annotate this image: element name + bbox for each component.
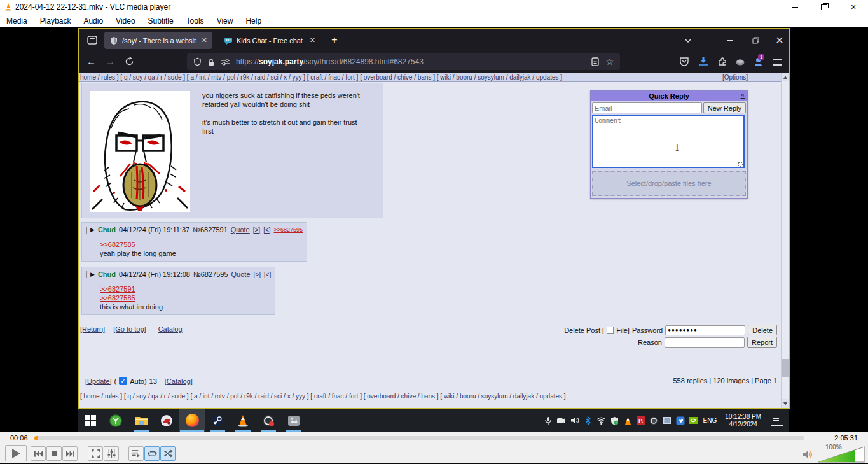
defender-shield-icon[interactable] [610, 416, 620, 426]
hamburger-menu-icon[interactable] [773, 57, 782, 67]
volume-slider[interactable] [818, 446, 865, 464]
post-number[interactable]: №6827591 [193, 226, 228, 234]
reply-cite-link[interactable]: >>6827585 [100, 240, 303, 249]
file-drop-zone[interactable]: Select/drop/paste files here [592, 171, 746, 196]
site-permissions-icon[interactable] [221, 58, 230, 66]
taskbar-gray-app[interactable] [281, 409, 307, 432]
menu-tools[interactable]: Tools [180, 17, 210, 25]
post-image-soyjak[interactable] [90, 91, 190, 212]
scrollbar-thumb[interactable] [782, 359, 789, 377]
nvidia-tray-icon[interactable] [689, 416, 699, 426]
delete-button[interactable]: Delete [748, 325, 777, 335]
stop-button[interactable] [46, 446, 62, 461]
back-icon[interactable]: ← [86, 56, 96, 67]
menu-audio[interactable]: Audio [77, 17, 109, 25]
seek-bar[interactable] [34, 436, 804, 440]
volume-speaker-icon[interactable] [803, 450, 813, 461]
pia-vpn-icon[interactable]: P. [637, 416, 645, 425]
textarea-resize-handle[interactable] [738, 162, 743, 167]
report-button[interactable]: Report [747, 337, 777, 348]
cite-prev-link[interactable]: [<] [264, 271, 271, 278]
taskbar-clock[interactable]: 10:12:38 PM 4/12/2024 [725, 413, 761, 428]
tab-kids-chat[interactable]: Kids Chat - Free chat rooms fo ✕ [219, 32, 320, 49]
post-checkbox[interactable] [86, 271, 87, 278]
page-scrollbar[interactable] [781, 73, 789, 408]
list-tabs-chevron-icon[interactable] [683, 35, 693, 45]
backlink[interactable]: >>6827595 [274, 227, 303, 233]
extended-settings-button[interactable] [104, 446, 119, 461]
loop-button[interactable] [144, 446, 160, 461]
downloads-icon[interactable] [698, 57, 708, 67]
next-button[interactable] [62, 446, 78, 461]
auto-update-checkbox[interactable]: ✓ [119, 377, 127, 385]
browser-restore-button[interactable] [749, 36, 762, 45]
language-indicator[interactable]: ENG [703, 417, 717, 424]
quick-reply-header[interactable]: Quick Reply × [591, 91, 747, 101]
action-center-icon[interactable] [771, 416, 783, 426]
extension-icon[interactable] [735, 57, 745, 67]
reply-cite-link[interactable]: >>6827585 [100, 293, 271, 302]
new-reply-button[interactable]: New Reply [703, 102, 746, 113]
extensions-puzzle-icon[interactable] [717, 57, 727, 67]
vlc-minimize-button[interactable] [780, 0, 809, 14]
volume-icon[interactable] [570, 416, 580, 426]
bluetooth-icon[interactable] [583, 416, 593, 426]
quote-link[interactable]: Quote [231, 271, 251, 278]
firefox-view-icon[interactable] [85, 34, 99, 46]
microphone-icon[interactable] [543, 416, 553, 426]
scroll-up-icon[interactable] [782, 73, 789, 81]
reply-cite-link[interactable]: >>6827591 [100, 285, 271, 293]
quick-reply-close-icon[interactable]: × [741, 91, 745, 99]
taskbar-firefox[interactable] [179, 409, 205, 432]
cite-prev-link[interactable]: [<] [263, 227, 270, 234]
pocket-icon[interactable] [679, 57, 689, 67]
browser-close-button[interactable]: ✕ [773, 35, 786, 45]
play-button[interactable] [5, 445, 27, 461]
reason-field[interactable] [665, 337, 745, 348]
taskbar-file-explorer[interactable] [128, 409, 154, 432]
tracking-shield-icon[interactable] [193, 57, 202, 66]
cite-next-link[interactable]: [>] [253, 227, 260, 234]
password-field[interactable] [665, 325, 745, 335]
bookmark-star-icon[interactable]: ☆ [605, 57, 614, 67]
vlc-tray-icon[interactable] [623, 416, 633, 426]
hide-post-icon[interactable]: ▶ [90, 271, 95, 278]
camera-icon[interactable] [556, 416, 567, 426]
menu-playback[interactable]: Playback [34, 17, 78, 25]
blue-app-tray-icon[interactable] [675, 416, 685, 426]
email-field[interactable] [592, 102, 702, 113]
new-tab-button[interactable]: + [328, 34, 341, 46]
taskbar-green-app[interactable] [103, 409, 128, 432]
update-link[interactable]: [Update] [85, 377, 112, 385]
quote-link[interactable]: Quote [231, 226, 250, 234]
window-tray-icon[interactable] [662, 416, 672, 426]
taskbar-obs[interactable] [256, 409, 281, 432]
comment-field[interactable] [592, 115, 745, 168]
post-checkbox[interactable] [86, 227, 87, 234]
fullscreen-button[interactable] [88, 446, 103, 461]
board-links[interactable]: home / rules ] [ q / soy / qa / r / sude… [80, 74, 562, 81]
return-link[interactable]: [Return] [80, 325, 105, 333]
delete-file-checkbox[interactable] [607, 327, 614, 334]
url-bar[interactable]: https://soyjak.party/soy/thread/6824898.… [187, 53, 620, 70]
obs-tray-icon[interactable] [649, 416, 659, 426]
menu-help[interactable]: Help [239, 17, 268, 25]
cite-next-link[interactable]: [>] [254, 271, 261, 278]
reload-icon[interactable] [125, 57, 134, 66]
taskbar-vlc[interactable] [230, 409, 256, 432]
catalog-link-2[interactable]: [Catalog] [165, 377, 193, 385]
tab-close-icon[interactable]: ✕ [310, 36, 315, 45]
board-bottom-nav[interactable]: [ home / rules ] [ q / soy / qa / r / su… [80, 393, 566, 400]
previous-button[interactable] [31, 446, 46, 461]
post-number[interactable]: №6827595 [193, 271, 228, 278]
wifi-icon[interactable] [596, 416, 607, 426]
shuffle-button[interactable] [160, 446, 176, 461]
account-icon[interactable]: 1 [753, 56, 764, 67]
menu-subtitle[interactable]: Subtitle [142, 17, 180, 25]
board-top-nav[interactable]: home / rules ] [ q / soy / qa / r / sude… [79, 73, 789, 82]
go-to-top-link[interactable]: [Go to top] [113, 325, 146, 333]
menu-media[interactable]: Media [0, 17, 34, 25]
start-button[interactable] [78, 409, 103, 432]
reader-mode-icon[interactable] [591, 57, 599, 66]
vlc-video-area[interactable]: /soy/ - There is a website called ✕ Kids… [0, 27, 868, 432]
